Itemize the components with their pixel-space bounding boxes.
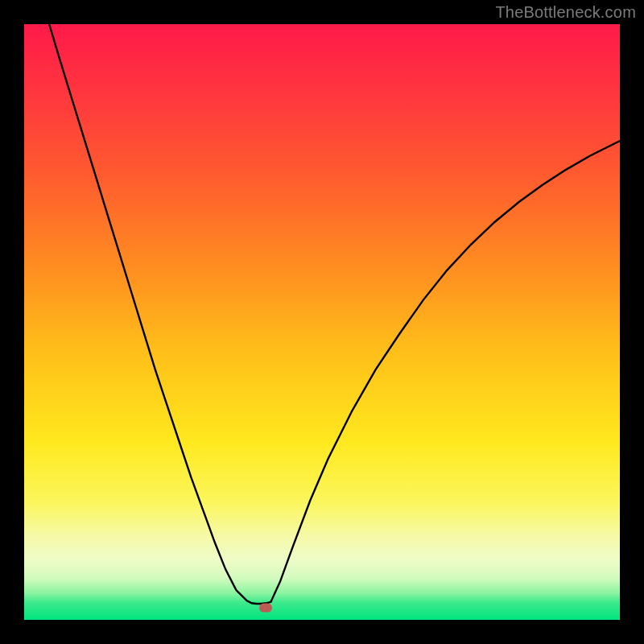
- gradient-background: [24, 24, 620, 620]
- optimum-marker: [259, 604, 272, 613]
- bottleneck-plot: [24, 24, 620, 620]
- attribution-label: TheBottleneck.com: [495, 3, 636, 22]
- plot-frame: [24, 24, 620, 620]
